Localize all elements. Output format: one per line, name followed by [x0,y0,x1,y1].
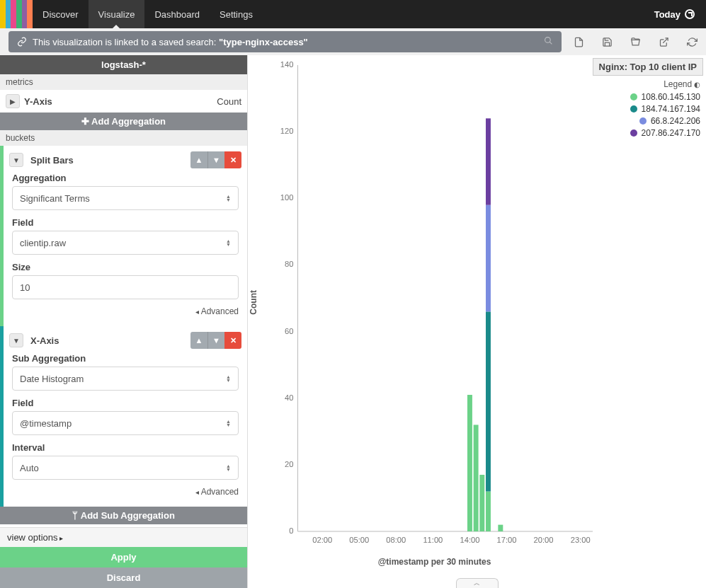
move-down-button[interactable]: ▼ [207,151,224,168]
advanced-toggle[interactable]: Advanced [4,306,247,321]
x-axis-label: @timestamp per 30 minutes [276,557,593,567]
y-axis-label: Y-Axis [24,96,52,107]
chevron-right-icon[interactable]: ▶ [6,94,20,108]
size-input[interactable] [12,275,239,299]
sub-aggregation-label: Sub Aggregation [12,353,239,364]
legend-header[interactable]: Legend [630,79,700,89]
nav-item-discover[interactable]: Discover [33,0,89,28]
bar-segment[interactable] [486,492,491,531]
svg-text:05:00: 05:00 [349,536,369,544]
buckets-header: buckets [0,130,247,146]
sub-aggregation-select[interactable]: Date Histogram ▲▼ [12,367,239,391]
x-axis-panel: ▼ X-Axis ▲ ▼ ✕ Sub Aggregation Date Hist… [0,326,247,507]
svg-line-2 [663,38,668,42]
svg-text:20: 20 [285,460,293,468]
sidebar: logstash-* metrics ▶ Y-Axis Count ✚ Add … [0,55,248,588]
svg-text:0: 0 [289,526,293,535]
x-axis-title: X-Axis [30,335,59,346]
search-icon [544,36,553,47]
svg-text:120: 120 [280,127,294,135]
add-aggregation-button[interactable]: ✚ Add Aggregation [0,113,247,130]
select-caret-icon: ▲▼ [226,195,231,202]
add-sub-aggregation-button[interactable]: ᛘ Add Sub Aggregation [0,507,247,524]
bar-segment[interactable] [479,475,484,531]
svg-text:100: 100 [280,193,294,202]
aggregation-select[interactable]: Significant Terms ▲▼ [12,186,239,210]
linked-search-banner[interactable]: This visualization is linked to a saved … [8,31,562,52]
chevron-down-icon[interactable]: ▼ [9,153,23,167]
bar-segment[interactable] [467,395,472,531]
logo-stripes [0,0,33,28]
legend-item[interactable]: 66.8.242.206 [630,116,700,126]
move-up-button[interactable]: ▲ [190,332,207,349]
save-button[interactable] [593,28,621,55]
select-caret-icon: ▲▼ [226,239,231,246]
metrics-header: metrics [0,74,247,90]
svg-text:20:00: 20:00 [534,536,554,544]
refresh-button[interactable] [678,28,706,55]
view-options-toggle[interactable]: view options [0,527,247,547]
svg-text:08:00: 08:00 [386,536,406,544]
discard-button[interactable]: Discard [0,567,247,588]
select-caret-icon: ▲▼ [226,420,231,427]
chevron-down-icon[interactable]: ▼ [9,333,23,347]
bar-segment[interactable] [474,425,479,531]
move-up-button[interactable]: ▲ [190,151,207,168]
split-bars-title: Split Bars [30,155,74,166]
top-nav: DiscoverVisualizeDashboardSettings Today [0,0,706,28]
size-label: Size [12,262,239,272]
interval-select[interactable]: Auto ▲▼ [12,456,239,480]
time-picker[interactable]: Today [643,0,706,28]
interval-label: Interval [12,442,239,453]
advanced-toggle[interactable]: Advanced [4,487,247,501]
legend-item[interactable]: 184.74.167.194 [630,104,700,114]
legend-item[interactable]: 108.60.145.130 [630,92,700,102]
time-picker-label: Today [654,9,681,20]
svg-text:80: 80 [285,260,293,269]
drawer-handle[interactable]: ︿ [456,578,499,588]
legend-item[interactable]: 207.86.247.170 [630,128,700,138]
field-label: Field [12,398,239,408]
share-button[interactable] [649,28,678,55]
field-select[interactable]: clientip.raw ▲▼ [12,231,239,255]
legend-swatch-icon [639,117,647,125]
bar-segment[interactable] [498,525,503,531]
field-select-x[interactable]: @timestamp ▲▼ [12,411,239,435]
svg-text:23:00: 23:00 [571,536,591,544]
split-bars-panel: ▼ Split Bars ▲ ▼ ✕ Aggregation Significa… [0,146,247,326]
legend-swatch-icon [630,105,637,113]
remove-agg-button[interactable]: ✕ [224,151,241,168]
bar-segment[interactable] [486,311,491,491]
linked-search-text: This visualization is linked to a saved … [33,37,308,47]
field-label: Field [12,217,239,228]
chart-plot[interactable]: 02040608010012014002:0005:0008:0011:0014… [276,65,593,546]
svg-point-0 [545,38,551,43]
svg-text:60: 60 [285,327,293,335]
legend-swatch-icon [630,129,637,137]
svg-text:17:00: 17:00 [497,536,517,544]
legend-swatch-icon [630,93,637,100]
aggregation-label: Aggregation [12,173,239,183]
apply-button[interactable]: Apply [0,547,247,567]
svg-text:14:00: 14:00 [460,536,479,544]
svg-line-1 [550,42,552,44]
new-button[interactable] [564,28,593,55]
bar-segment[interactable] [486,205,491,312]
clock-icon [685,9,695,19]
bar-segment[interactable] [486,118,491,204]
open-button[interactable] [621,28,649,55]
svg-text:40: 40 [285,393,293,402]
move-down-button[interactable]: ▼ [207,332,224,349]
svg-text:02:00: 02:00 [312,536,332,544]
y-axis-row[interactable]: ▶ Y-Axis Count [0,90,247,113]
nav-item-visualize[interactable]: Visualize [89,0,145,28]
select-caret-icon: ▲▼ [226,464,231,471]
index-pattern-title[interactable]: logstash-* [0,55,247,74]
nav-item-dashboard[interactable]: Dashboard [144,0,210,28]
select-caret-icon: ▲▼ [226,375,231,382]
remove-agg-button[interactable]: ✕ [224,332,241,349]
nav-item-settings[interactable]: Settings [210,0,263,28]
svg-text:140: 140 [280,60,294,69]
nav-items: DiscoverVisualizeDashboardSettings [33,0,263,28]
y-axis-label: Count [249,290,258,315]
